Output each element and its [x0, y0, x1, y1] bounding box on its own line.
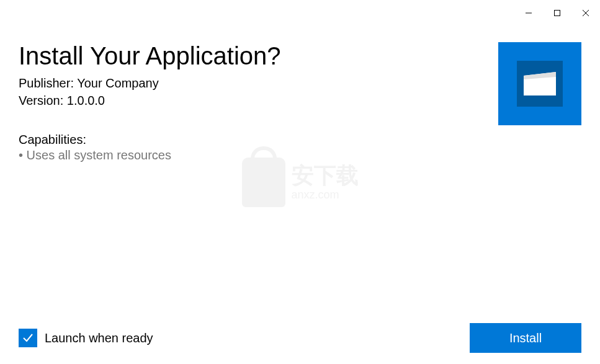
version-label: Version: — [19, 94, 67, 107]
app-icon-inner — [517, 61, 563, 107]
watermark-text-group: 安下载 anxz.com — [292, 164, 359, 200]
dialog-title: Install Your Application? — [19, 42, 486, 69]
window-icon — [522, 71, 557, 97]
maximize-button[interactable] — [543, 4, 571, 22]
capabilities-section: Capabilities: • Uses all system resource… — [19, 133, 486, 162]
minimize-icon — [525, 9, 532, 17]
capabilities-label: Capabilities: — [19, 133, 486, 147]
close-button[interactable] — [571, 4, 600, 22]
watermark-text: 安下载 — [292, 164, 359, 187]
content-area: Install Your Application? Publisher: You… — [0, 24, 600, 162]
launch-checkbox[interactable] — [19, 329, 37, 347]
version-row: Version: 1.0.0.0 — [19, 92, 486, 109]
footer: Launch when ready Install — [19, 323, 581, 353]
watermark: 安下载 anxz.com — [242, 158, 359, 207]
info-section: Install Your Application? Publisher: You… — [19, 42, 486, 162]
watermark-subtext: anxz.com — [292, 189, 359, 200]
watermark-bag-icon — [242, 158, 285, 207]
checkmark-icon — [21, 331, 35, 345]
minimize-button[interactable] — [514, 4, 543, 22]
publisher-row: Publisher: Your Company — [19, 74, 486, 92]
publisher-value: Your Company — [77, 76, 159, 90]
launch-checkbox-label: Launch when ready — [45, 331, 153, 345]
titlebar — [0, 0, 600, 24]
app-icon — [498, 42, 581, 125]
capability-item: • Uses all system resources — [19, 148, 486, 162]
maximize-icon — [553, 9, 561, 17]
svg-rect-1 — [555, 11, 560, 16]
launch-checkbox-group[interactable]: Launch when ready — [19, 329, 153, 347]
install-button[interactable]: Install — [470, 323, 581, 353]
close-icon — [582, 9, 589, 17]
version-value: 1.0.0.0 — [67, 94, 105, 107]
publisher-label: Publisher: — [19, 76, 77, 90]
